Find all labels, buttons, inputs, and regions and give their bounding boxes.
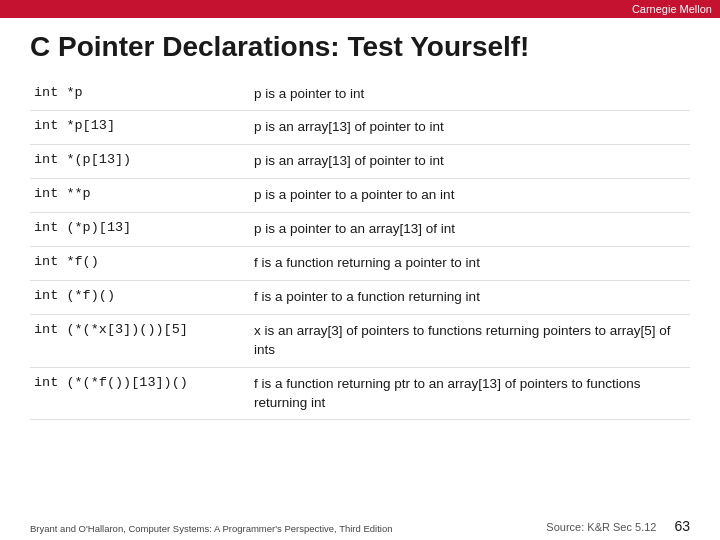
main-content: C Pointer Declarations: Test Yourself! i… [0,18,720,428]
code-cell: int *(p[13]) [30,145,250,179]
code-cell: int (*p)[13] [30,213,250,247]
code-cell: int *f() [30,247,250,281]
table-row: int *pp is a pointer to int [30,78,690,111]
code-cell: int *p [30,78,250,111]
code-cell: int **p [30,179,250,213]
table-row: int (*p)[13]p is a pointer to an array[1… [30,213,690,247]
page-title: C Pointer Declarations: Test Yourself! [30,30,690,64]
table-row: int (*(*x[3])())[5]x is an array[3] of p… [30,314,690,367]
table-row: int **pp is a pointer to a pointer to an… [30,179,690,213]
code-cell: int (*(*x[3])())[5] [30,314,250,367]
code-cell: int (*(*f())[13])() [30,367,250,420]
desc-cell: p is a pointer to an array[13] of int [250,213,690,247]
desc-cell: f is a function returning a pointer to i… [250,247,690,281]
desc-cell: f is a function returning ptr to an arra… [250,367,690,420]
footer-citation: Bryant and O'Hallaron, Computer Systems:… [30,523,393,534]
code-cell: int (*f)() [30,280,250,314]
table-row: int *p[13]p is an array[13] of pointer t… [30,111,690,145]
desc-cell: p is an array[13] of pointer to int [250,145,690,179]
table-row: int *(p[13])p is an array[13] of pointer… [30,145,690,179]
declarations-table: int *pp is a pointer to intint *p[13]p i… [30,78,690,421]
desc-cell: p is an array[13] of pointer to int [250,111,690,145]
code-cell: int *p[13] [30,111,250,145]
footer-source: Source: K&R Sec 5.12 [546,521,656,533]
table-row: int (*f)()f is a pointer to a function r… [30,280,690,314]
table-row: int *f()f is a function returning a poin… [30,247,690,281]
table-row: int (*(*f())[13])()f is a function retur… [30,367,690,420]
brand-label: Carnegie Mellon [632,3,712,15]
header-bar: Carnegie Mellon [0,0,720,18]
footer: Bryant and O'Hallaron, Computer Systems:… [30,518,690,534]
desc-cell: p is a pointer to a pointer to an int [250,179,690,213]
desc-cell: f is a pointer to a function returning i… [250,280,690,314]
footer-page: 63 [674,518,690,534]
desc-cell: x is an array[3] of pointers to function… [250,314,690,367]
desc-cell: p is a pointer to int [250,78,690,111]
